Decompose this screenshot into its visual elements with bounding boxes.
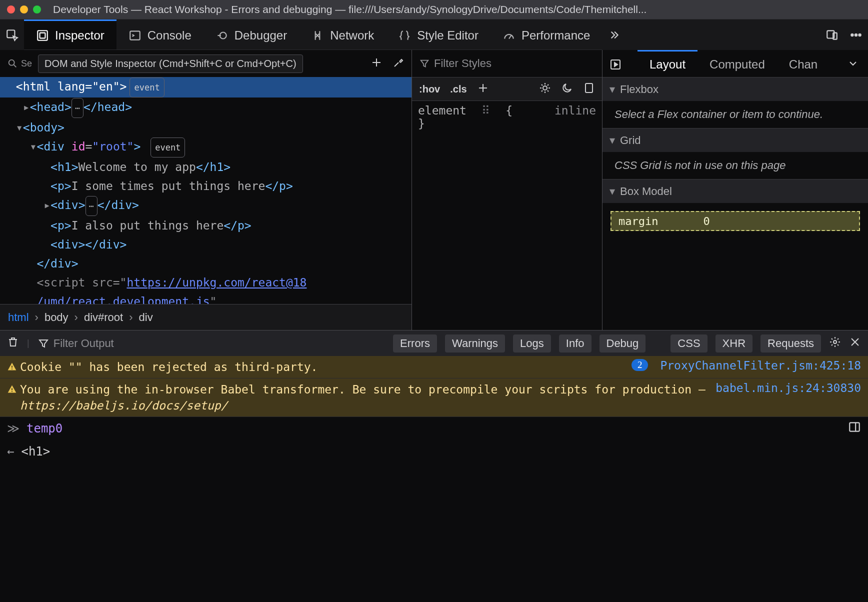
margin-value[interactable]: 0 — [703, 215, 710, 228]
console-warning-row[interactable]: Cookie "" has been rejected as third-par… — [0, 356, 868, 378]
layout-tab-layout[interactable]: Layout — [638, 50, 698, 77]
console-filter-placeholder: Filter Output — [54, 337, 114, 350]
style-rules-area[interactable]: inline element ⠿ { } — [412, 101, 602, 330]
filter-info[interactable]: Info — [559, 334, 592, 352]
dom-node-h1[interactable]: <h1>Welcome to my app</h1> — [0, 158, 412, 176]
add-rule-button[interactable] — [477, 82, 489, 96]
layout-tab-changes[interactable]: Chan — [777, 50, 830, 77]
eyedropper-button[interactable] — [392, 56, 404, 71]
console-close-button[interactable] — [849, 336, 861, 350]
add-node-button[interactable] — [370, 56, 382, 71]
dark-scheme-button[interactable] — [561, 82, 573, 96]
filter-warnings[interactable]: Warnings — [445, 334, 505, 352]
grip-icon: ⠿ — [474, 104, 499, 117]
console-warning-row[interactable]: You are using the in-browser Babel trans… — [0, 378, 868, 417]
dom-node-script-2[interactable]: /umd/react.development.js" — [0, 292, 412, 304]
console-msg-link[interactable]: https://babeljs.io/docs/setup/ — [20, 399, 228, 412]
performance-icon — [502, 29, 516, 42]
dom-node-div-collapsed[interactable]: ▸<div>⋯</div> — [0, 196, 412, 216]
filter-requests[interactable]: Requests — [760, 334, 821, 352]
console-msg-text: You are using the in-browser Babel trans… — [20, 382, 708, 414]
filter-logs[interactable]: Logs — [513, 334, 551, 352]
breadcrumb-html[interactable]: html — [8, 311, 29, 324]
dom-node-p1[interactable]: <p>I some times put things here</p> — [0, 176, 412, 196]
boxmodel-margin[interactable]: margin 0 — [610, 211, 860, 231]
svg-point-8 — [855, 34, 857, 36]
responsive-mode-button[interactable] — [820, 20, 844, 50]
console-msg-location[interactable]: babel.min.js:24:30830 — [708, 382, 861, 394]
dom-node-html[interactable]: <html lang="en">event — [0, 77, 412, 98]
filter-xhr[interactable]: XHR — [716, 334, 752, 352]
sun-icon — [539, 82, 551, 94]
tab-style-editor[interactable]: Style Editor — [386, 20, 490, 50]
filter-css[interactable]: CSS — [670, 334, 707, 352]
console-blank-area[interactable] — [0, 463, 868, 602]
flex-highlight-toggle[interactable] — [602, 50, 638, 77]
grid-section-head[interactable]: ▾Grid — [602, 128, 868, 152]
console-input-text[interactable]: temp0 — [26, 422, 62, 436]
section-title: Flexbox — [620, 83, 658, 96]
event-badge[interactable]: event — [150, 138, 185, 158]
markup-panel: Se DOM and Style Inspector (Cmd+Shift+C … — [0, 50, 412, 330]
brace: } — [418, 117, 425, 130]
console-settings-button[interactable] — [829, 336, 841, 350]
svg-rect-16 — [12, 368, 12, 370]
layout-tab-computed[interactable]: Computed — [698, 50, 777, 77]
window-close-btn[interactable] — [7, 6, 15, 14]
tab-network[interactable]: Network — [299, 20, 386, 50]
search-icon — [7, 58, 18, 69]
layout-panel: Layout Computed Chan ▾Flexbox Select a F… — [602, 50, 868, 330]
console-input-row[interactable]: ≫ temp0 — [0, 417, 868, 440]
tab-label: Console — [148, 28, 192, 42]
dom-node-root[interactable]: ▾<div id="root"> event — [0, 137, 412, 158]
script-src-link[interactable]: https://unpkg.com/react@18 — [126, 276, 306, 289]
window-maximize-btn[interactable] — [33, 6, 41, 14]
style-filter-input[interactable]: Filter Styles — [434, 57, 492, 70]
clear-console-button[interactable] — [7, 336, 19, 350]
pseudo-hov-button[interactable]: :hov — [419, 84, 440, 95]
console-filter-input[interactable]: Filter Output — [38, 337, 114, 350]
console-output-text[interactable]: <h1> — [21, 444, 50, 458]
print-sim-button[interactable] — [583, 82, 595, 96]
more-tabs-button[interactable] — [602, 20, 626, 50]
boxmodel-section-head[interactable]: ▾Box Model — [602, 179, 868, 203]
event-badge[interactable]: event — [130, 78, 164, 98]
rule-selector[interactable]: element — [418, 104, 466, 117]
tab-debugger[interactable]: Debugger — [204, 20, 299, 50]
chevron-right-icon: › — [35, 311, 38, 324]
tab-performance[interactable]: Performance — [490, 20, 602, 50]
tab-label: Network — [330, 28, 374, 42]
filter-icon — [419, 58, 430, 69]
breadcrumb-body[interactable]: body — [44, 311, 68, 324]
boxmodel-area[interactable]: margin 0 — [602, 203, 868, 239]
tab-console[interactable]: Console — [116, 20, 204, 50]
class-toggle-button[interactable]: .cls — [450, 84, 466, 95]
margin-label: margin — [618, 215, 658, 228]
layout-tabs-overflow[interactable] — [842, 50, 868, 77]
filter-debug[interactable]: Debug — [600, 334, 646, 352]
flexbox-section-head[interactable]: ▾Flexbox — [602, 77, 868, 101]
svg-rect-1 — [38, 30, 48, 40]
element-picker-button[interactable] — [0, 20, 24, 50]
window-minimize-btn[interactable] — [20, 6, 28, 14]
svg-point-7 — [851, 34, 853, 36]
dom-node-root-close[interactable]: </div> — [0, 254, 412, 273]
dom-node-body[interactable]: ▾<body> — [0, 118, 412, 137]
dom-node-script[interactable]: <script src="https://unpkg.com/react@18 — [0, 273, 412, 292]
input-chevrons-icon: ≫ — [7, 422, 20, 436]
tab-inspector[interactable]: Inspector — [24, 20, 116, 50]
breadcrumb-div[interactable]: div — [139, 311, 153, 324]
split-editor-button[interactable] — [848, 420, 861, 436]
dom-node-head[interactable]: ▸<head>⋯</head> — [0, 98, 412, 118]
dom-tree[interactable]: <html lang="en">event ▸<head>⋯</head> ▾<… — [0, 77, 412, 304]
svg-rect-15 — [12, 366, 12, 368]
filter-errors[interactable]: Errors — [393, 334, 437, 352]
dom-node-div-empty[interactable]: <div></div> — [0, 235, 412, 254]
dom-search[interactable]: Se — [7, 58, 32, 69]
script-src-link[interactable]: /umd/react.development.js — [36, 295, 210, 304]
console-msg-location[interactable]: ProxyChannelFilter.jsm:425:18 — [653, 359, 861, 372]
dom-node-p2[interactable]: <p>I also put things here</p> — [0, 216, 412, 235]
breadcrumb-root[interactable]: div#root — [84, 311, 123, 324]
light-scheme-button[interactable] — [539, 82, 551, 96]
kebab-menu-button[interactable] — [844, 20, 868, 50]
